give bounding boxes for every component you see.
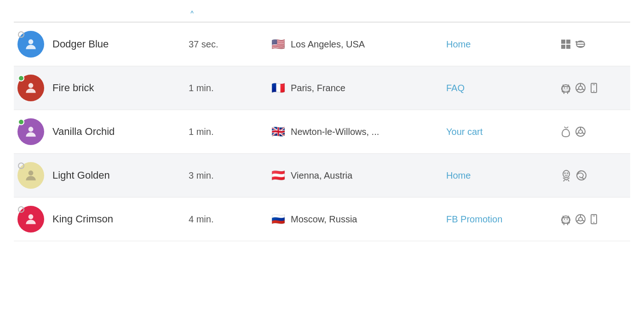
location-cell: 🇫🇷 Paris, France <box>271 81 446 94</box>
location-text: Paris, France <box>291 83 345 93</box>
chrome-icon <box>575 82 586 93</box>
mobile-icon <box>591 83 597 93</box>
svg-point-32 <box>579 130 582 134</box>
os-cell <box>561 169 630 181</box>
table-header: ^ <box>14 0 630 23</box>
svg-line-41 <box>564 180 564 181</box>
svg-point-9 <box>575 41 577 43</box>
visitor-name: Vanilla Orchid <box>52 126 115 138</box>
svg-rect-3 <box>561 45 565 49</box>
flag-icon: 🇦🇹 <box>271 169 285 182</box>
svg-point-10 <box>29 83 34 88</box>
ie-icon <box>575 39 586 50</box>
status-dot-away <box>18 31 24 38</box>
chrome-icon <box>575 214 586 225</box>
avatar-wrapper <box>17 31 44 58</box>
firefox-icon <box>576 170 587 181</box>
svg-point-44 <box>29 214 34 219</box>
online-cell: 1 min. <box>189 83 271 93</box>
flag-icon: 🇺🇸 <box>271 38 285 51</box>
svg-line-25 <box>582 89 585 90</box>
visitor-cell: Dodger Blue <box>14 31 189 58</box>
avatar-wrapper <box>17 206 44 233</box>
col-visitor[interactable] <box>14 9 189 16</box>
online-cell: 4 min. <box>189 214 271 225</box>
table-body: Dodger Blue 37 sec. 🇺🇸 Los Angeles, USA … <box>14 23 630 241</box>
svg-line-42 <box>568 180 569 181</box>
page-cell[interactable]: Your cart <box>446 127 561 137</box>
location-cell: 🇺🇸 Los Angeles, USA <box>271 38 446 51</box>
svg-point-57 <box>579 217 582 221</box>
svg-point-17 <box>567 87 568 88</box>
visitor-cell: King Crimson <box>14 206 189 233</box>
svg-point-36 <box>29 170 34 175</box>
location-cell: 🇷🇺 Moscow, Russia <box>271 213 446 226</box>
svg-point-0 <box>29 39 34 44</box>
visitor-name: Fire brick <box>52 82 94 94</box>
os-cell <box>561 213 630 225</box>
svg-point-23 <box>579 86 582 90</box>
svg-point-39 <box>564 173 566 174</box>
svg-line-59 <box>582 220 585 221</box>
location-cell: 🇬🇧 Newton-le-Willows, ... <box>271 125 446 138</box>
flag-icon: 🇬🇧 <box>271 125 285 138</box>
os-cell <box>561 39 630 50</box>
svg-rect-1 <box>561 40 565 44</box>
avatar-wrapper <box>17 162 44 189</box>
flag-icon: 🇫🇷 <box>271 81 285 94</box>
chrome-icon <box>575 126 586 137</box>
svg-rect-4 <box>566 45 570 49</box>
android-icon <box>561 213 570 225</box>
sort-arrow: ^ <box>190 10 194 16</box>
location-cell: 🇦🇹 Vienna, Austria <box>271 169 446 182</box>
status-dot-away <box>18 206 24 213</box>
page-cell[interactable]: Home <box>446 170 561 181</box>
status-dot-online <box>18 119 24 125</box>
visitor-name: Dodger Blue <box>52 38 109 50</box>
visitor-cell: Fire brick <box>14 75 189 101</box>
mobile-icon <box>591 214 597 224</box>
svg-point-16 <box>564 87 565 88</box>
linux-icon <box>561 169 571 181</box>
table-row[interactable]: Vanilla Orchid 1 min. 🇬🇧 Newton-le-Willo… <box>14 110 630 154</box>
location-text: Moscow, Russia <box>291 214 357 225</box>
windows-icon <box>561 40 570 49</box>
svg-line-34 <box>582 133 585 134</box>
col-os[interactable] <box>561 9 630 16</box>
table-row[interactable]: King Crimson 4 min. 🇷🇺 Moscow, Russia FB… <box>14 198 630 241</box>
visitor-name: Light Golden <box>52 169 110 181</box>
apple-icon <box>561 126 570 137</box>
android-icon <box>561 82 570 94</box>
online-cell: 3 min. <box>189 170 271 181</box>
page-cell[interactable]: FB Promotion <box>446 214 561 225</box>
status-dot-online <box>18 75 24 81</box>
os-cell <box>561 126 630 137</box>
col-online[interactable]: ^ <box>189 9 271 16</box>
col-page[interactable] <box>446 9 561 16</box>
avatar-wrapper <box>17 118 44 145</box>
location-text: Vienna, Austria <box>291 170 352 181</box>
table-row[interactable]: Dodger Blue 37 sec. 🇺🇸 Los Angeles, USA … <box>14 23 630 66</box>
online-cell: 1 min. <box>189 127 271 137</box>
location-text: Newton-le-Willows, ... <box>291 127 379 137</box>
svg-line-26 <box>576 89 579 90</box>
svg-point-62 <box>593 222 594 223</box>
svg-point-28 <box>593 91 594 92</box>
table-row[interactable]: Light Golden 3 min. 🇦🇹 Vienna, Austria H… <box>14 154 630 198</box>
page-cell[interactable]: FAQ <box>446 83 561 93</box>
page-cell[interactable]: Home <box>446 39 561 50</box>
col-location[interactable] <box>271 9 446 16</box>
table-row[interactable]: Fire brick 1 min. 🇫🇷 Paris, France FAQ <box>14 66 630 110</box>
svg-point-50 <box>564 219 565 220</box>
svg-point-30 <box>29 127 34 132</box>
os-cell <box>561 82 630 94</box>
svg-point-40 <box>567 173 569 174</box>
visitors-table: ^ Dodger Blue 37 sec. 🇺🇸 Los Angeles, US… <box>0 0 644 241</box>
avatar-wrapper <box>17 75 44 101</box>
svg-rect-2 <box>566 40 570 44</box>
status-dot-away <box>18 163 24 169</box>
svg-point-51 <box>567 219 568 220</box>
online-cell: 37 sec. <box>189 39 271 50</box>
visitor-cell: Light Golden <box>14 162 189 189</box>
visitor-cell: Vanilla Orchid <box>14 118 189 145</box>
